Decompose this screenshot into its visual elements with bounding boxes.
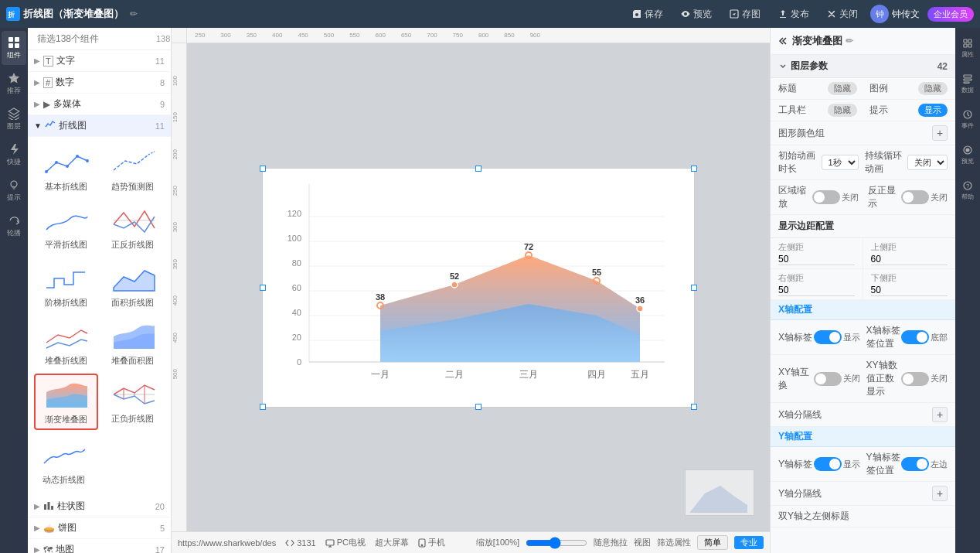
add-color-button[interactable]: +	[932, 125, 948, 141]
device-pc[interactable]: PC电视	[325, 537, 366, 548]
chart-item-positive-negative[interactable]: 正反折线图	[101, 200, 165, 254]
search-input[interactable]	[37, 33, 153, 44]
x-divider-add-button[interactable]: +	[932, 407, 948, 422]
svg-text:38: 38	[376, 292, 385, 302]
device-large-label: 超大屏幕	[375, 537, 409, 548]
save-file-button[interactable]: 存图	[724, 6, 765, 22]
simple-button[interactable]: 简单	[697, 535, 728, 550]
category-pie[interactable]: ▶ 🥧 饼图 5	[28, 517, 171, 539]
svg-rect-59	[964, 39, 967, 43]
legend-hide-button[interactable]: 隐藏	[918, 82, 948, 95]
sidebar-item-recommend[interactable]: 推荐	[2, 67, 26, 101]
preview-icon	[680, 9, 691, 19]
topbar-actions: 保存 预览 存图 发布 关闭 钟 钟传文 企业会员	[627, 5, 974, 23]
y-axis-label-toggle[interactable]	[814, 457, 842, 471]
category-map[interactable]: ▶ 🗺 地图 17	[28, 539, 171, 553]
chart-item-gradient-stacked[interactable]: 渐变堆叠图	[34, 374, 98, 430]
edit-chart-icon[interactable]: ✏	[846, 36, 853, 46]
sidebar-item-hint[interactable]: 提示	[2, 173, 26, 207]
chart-item-dynamic[interactable]: 动态折线图	[34, 435, 93, 490]
chart-item-step[interactable]: 阶梯折线图	[34, 258, 98, 312]
xy-swap-toggle[interactable]	[814, 372, 842, 386]
right-item-preview[interactable]: 预览	[957, 138, 978, 172]
category-media[interactable]: ▶ ▶ 多媒体 9	[28, 94, 171, 115]
canvas-area: 100 150 200 250 300 350 400	[172, 28, 770, 553]
svg-text:55: 55	[592, 268, 601, 277]
category-number[interactable]: ▶ # 数字 8	[28, 72, 171, 94]
right-item-properties[interactable]: 属性	[957, 31, 978, 65]
svg-text:四月: 四月	[587, 369, 606, 380]
pro-button[interactable]: 专业	[734, 536, 764, 549]
top-margin-input[interactable]	[871, 254, 948, 265]
preview-button[interactable]: 预览	[675, 6, 716, 22]
arrow-icon: ▶	[34, 56, 40, 65]
category-text[interactable]: ▶ T 文字 11	[28, 50, 171, 72]
search-bar: 138 ≪	[28, 28, 171, 50]
grid-icon	[8, 36, 20, 49]
svg-rect-61	[968, 39, 971, 43]
chart-canvas[interactable]: 0 20 40 60 80 100 120	[262, 168, 695, 408]
category-bar[interactable]: ▶ 柱状图 20	[28, 496, 171, 517]
vertical-ruler: 100 150 200 250 300 350 400	[172, 28, 187, 531]
sidebar-item-label: 快捷	[7, 157, 21, 167]
left-margin-input[interactable]	[778, 254, 855, 265]
edit-icon[interactable]: ✏	[130, 9, 138, 19]
reverse-toggle[interactable]	[901, 190, 929, 204]
chart-item-basic[interactable]: 基本折线图	[34, 142, 98, 196]
search-count: 138	[156, 34, 170, 43]
file-path-item[interactable]: https://www.sharkweb/des	[178, 538, 276, 548]
device-large[interactable]: 超大屏幕	[375, 537, 409, 548]
x-position-toggle[interactable]	[901, 330, 929, 344]
bottom-margin-cell: 下侧距	[863, 269, 956, 300]
map-icon: 🗺	[43, 544, 53, 554]
y-axis-section[interactable]: Y轴配置	[771, 427, 955, 447]
right-item-help[interactable]: ? 帮助	[957, 173, 978, 207]
animation-duration-select[interactable]: 1秒 2秒 3秒	[822, 155, 859, 170]
chart-item-trend[interactable]: 趋势预测图	[101, 142, 165, 196]
svg-rect-60	[964, 44, 967, 47]
x-axis-label-toggle[interactable]	[814, 330, 842, 344]
y-position-toggle[interactable]	[901, 457, 929, 471]
y-divider-add-button[interactable]: +	[932, 486, 948, 501]
loop-animation-select[interactable]: 关闭 开启	[907, 155, 948, 170]
region-zoom-toggle[interactable]	[812, 190, 840, 204]
chart-item-stacked[interactable]: 堆叠折线图	[34, 316, 98, 370]
svg-rect-21	[44, 504, 46, 510]
close-button[interactable]: 关闭	[822, 6, 863, 22]
sidebar-item-label: 图层	[7, 121, 21, 131]
sidebar-item-components[interactable]: 组件	[2, 31, 26, 65]
zoom-slider[interactable]	[526, 537, 587, 549]
chart-item-stacked-area[interactable]: 堆叠面积图	[101, 316, 165, 370]
status-bar-right: 缩放[100%] 随意拖拉 视图 筛选属性 简单 专业	[476, 535, 764, 550]
sidebar-item-quick[interactable]: 快捷	[2, 138, 26, 172]
chart-item-area[interactable]: 面积折线图	[101, 258, 165, 312]
right-item-events[interactable]: 事件	[957, 102, 978, 136]
x-axis-label: X轴标签	[778, 331, 814, 344]
category-line[interactable]: ▼ 折线图 11	[28, 115, 171, 137]
animation-duration-label: 初始动画时长	[778, 149, 822, 176]
publish-button[interactable]: 发布	[773, 6, 814, 22]
right-margin-input[interactable]	[778, 285, 855, 296]
y-axis-config-label: Y轴配置	[778, 431, 812, 442]
svg-text:0: 0	[297, 357, 301, 367]
x-axis-label-row: X轴标签 显示 X轴标签签位置 底部	[771, 320, 955, 355]
bottom-margin-input[interactable]	[871, 285, 948, 296]
right-item-data[interactable]: 数据	[957, 67, 978, 101]
chart-item-plus-minus[interactable]: 正负折线图	[101, 374, 165, 430]
code-item[interactable]: 3131	[285, 538, 315, 548]
title-hide-button[interactable]: 隐藏	[828, 82, 857, 95]
hint-show-button[interactable]: 显示	[918, 104, 948, 117]
svg-text:?: ?	[966, 183, 970, 189]
sidebar-item-wheel[interactable]: 轮播	[2, 209, 26, 243]
device-mobile[interactable]: 手机	[418, 537, 445, 548]
x-axis-section[interactable]: X轴配置	[771, 300, 955, 320]
chart-item-smooth[interactable]: 平滑折线图	[34, 200, 98, 254]
toolbar-hide-button[interactable]: 隐藏	[828, 104, 857, 117]
canvas-content[interactable]: 0 20 40 60 80 100 120	[187, 43, 770, 531]
enterprise-badge[interactable]: 企业会员	[927, 7, 974, 22]
sidebar-item-layers[interactable]: 图层	[2, 102, 26, 136]
save-button[interactable]: 保存	[627, 6, 668, 22]
margin-config-section[interactable]: 显示边距配置	[771, 215, 955, 238]
loop-animation-label: 持续循环动画	[865, 149, 908, 176]
xy-numeric-toggle[interactable]	[901, 372, 929, 386]
